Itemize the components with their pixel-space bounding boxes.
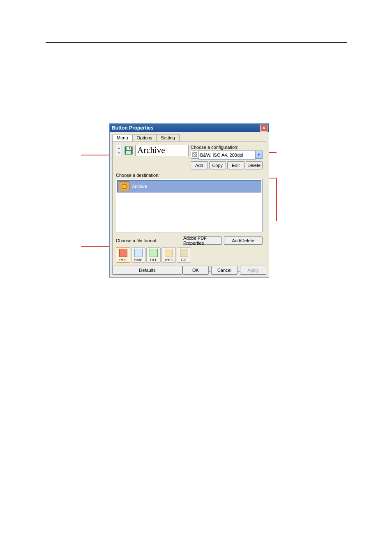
destination-label: Choose a destination: <box>116 173 263 178</box>
add-delete-format-button[interactable]: Add/Delete <box>224 236 263 245</box>
pdf-icon <box>119 249 127 257</box>
config-selected: B&W, ISO A4, 200dpi <box>198 151 256 160</box>
destination-list[interactable]: Archive <box>116 179 263 232</box>
config-block: Choose a configuration: B&W, ISO A4, 200… <box>191 145 263 169</box>
config-edit-button[interactable]: Edit <box>227 161 244 169</box>
apply-button[interactable]: Apply <box>240 266 266 275</box>
tiff-icon <box>150 249 158 257</box>
button-spinner[interactable]: ▲ ▼ <box>116 145 122 156</box>
config-mode-icon <box>191 151 198 159</box>
gif-icon <box>180 249 188 257</box>
spin-down-icon: ▼ <box>116 151 122 156</box>
spin-up-icon: ▲ <box>116 145 122 151</box>
config-delete-button[interactable]: Delete <box>246 161 263 169</box>
format-gif[interactable]: GIF <box>177 247 191 263</box>
config-add-button[interactable]: Add <box>191 161 208 169</box>
file-format-label: Choose a file format: <box>116 238 158 243</box>
button-properties-dialog: Button Properties × Menu Options Setting… <box>109 123 269 278</box>
config-copy-button[interactable]: Copy <box>209 161 226 169</box>
bmp-icon <box>134 249 143 257</box>
format-pdf[interactable]: PDF <box>116 247 130 263</box>
callout-line <box>276 178 277 221</box>
destination-item-label: Archive <box>132 184 147 189</box>
tab-menu[interactable]: Menu <box>112 134 133 141</box>
config-label: Choose a configuration: <box>191 145 263 150</box>
callout-line <box>81 155 109 155</box>
tab-options[interactable]: Options <box>132 134 157 141</box>
config-combo[interactable]: B&W, ISO A4, 200dpi ▼ <box>191 151 263 160</box>
callout-line <box>268 152 277 153</box>
dialog-title: Button Properties <box>112 125 153 131</box>
titlebar: Button Properties × <box>110 124 269 132</box>
defaults-button[interactable]: Defaults <box>112 266 182 275</box>
format-label: JPEG <box>164 258 174 262</box>
format-bmp[interactable]: BMP <box>131 247 145 263</box>
callout-line <box>81 246 109 247</box>
callout-line <box>268 178 277 178</box>
dialog-footer: Defaults OK Cancel Apply <box>112 266 266 275</box>
pdf-properties-button[interactable]: Adobe PDF Properties <box>183 236 222 245</box>
tab-panel: ▲ ▼ Archive Choose a configuration: B&W,… <box>112 141 266 272</box>
svg-rect-3 <box>126 151 131 154</box>
file-format-list: PDF BMP TIFF JPEG GIF <box>116 247 263 263</box>
format-label: BMP <box>134 258 143 262</box>
tab-strip: Menu Options Setting <box>110 132 269 141</box>
destination-item[interactable]: Archive <box>117 180 261 192</box>
jpeg-icon <box>165 249 173 257</box>
chevron-down-icon: ▼ <box>256 151 263 159</box>
close-icon: × <box>262 125 265 130</box>
format-label: TIFF <box>150 258 157 262</box>
svg-rect-1 <box>127 147 131 150</box>
archive-disk-icon <box>124 146 134 155</box>
tab-setting[interactable]: Setting <box>156 134 179 141</box>
cancel-button[interactable]: Cancel <box>211 266 238 275</box>
format-tiff[interactable]: TIFF <box>146 247 161 263</box>
format-jpeg[interactable]: JPEG <box>161 247 176 263</box>
folder-icon <box>119 181 129 191</box>
ok-button[interactable]: OK <box>182 266 209 275</box>
svg-rect-2 <box>129 147 130 149</box>
close-button[interactable]: × <box>260 125 267 132</box>
format-label: GIF <box>181 258 187 262</box>
page-rule <box>46 42 347 43</box>
format-label: PDF <box>120 258 127 262</box>
button-name-group: ▲ ▼ Archive <box>116 145 189 156</box>
button-name-input[interactable]: Archive <box>135 145 189 156</box>
